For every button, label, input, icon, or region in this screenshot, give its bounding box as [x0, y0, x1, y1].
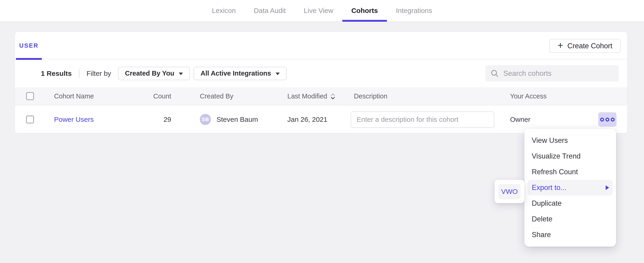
cohort-name-link[interactable]: Power Users [54, 116, 94, 123]
search-input[interactable] [503, 69, 614, 78]
ellipsis-icon [600, 118, 604, 122]
nav-tab-lexicon[interactable]: Lexicon [203, 0, 244, 21]
plus-icon: + [558, 41, 564, 50]
last-modified-value: Jan 26, 2021 [287, 116, 351, 123]
cohorts-card: USER + Create Cohort 1 Results Filter by… [15, 32, 627, 133]
export-to-label: Export to... [532, 183, 566, 192]
search-cohorts-box[interactable] [485, 65, 619, 82]
menu-item-share[interactable]: Share [524, 227, 616, 243]
nav-tab-live-view[interactable]: Live View [295, 0, 342, 21]
row-checkbox-cell [15, 116, 54, 123]
menu-item-delete[interactable]: Delete [524, 211, 616, 227]
ellipsis-icon [611, 118, 615, 122]
sort-icon[interactable] [330, 93, 336, 100]
created-by-filter-value: Created By You [125, 70, 174, 77]
nav-tab-integrations[interactable]: Integrations [387, 0, 441, 21]
create-cohort-button[interactable]: + Create Cohort [549, 39, 621, 53]
row-actions-button[interactable] [598, 112, 616, 127]
nav-tab-data-audit[interactable]: Data Audit [245, 0, 295, 21]
column-header-cohort-name[interactable]: Cohort Name [54, 92, 137, 100]
filter-row: 1 Results Filter by Created By You All A… [15, 59, 627, 87]
cohort-count: 29 [137, 116, 171, 123]
integrations-filter-value: All Active Integrations [200, 70, 271, 77]
top-navigation: Lexicon Data Audit Live View Cohorts Int… [0, 0, 644, 22]
header-checkbox-cell [15, 92, 54, 100]
column-header-description[interactable]: Description [351, 92, 510, 100]
column-header-created-by[interactable]: Created By [171, 92, 287, 100]
row-checkbox[interactable] [26, 116, 34, 123]
menu-item-view-users[interactable]: View Users [524, 133, 616, 148]
menu-item-export-to[interactable]: Export to... [528, 180, 613, 195]
export-submenu: VWO [494, 180, 524, 203]
filter-by-label: Filter by [86, 70, 111, 77]
created-by-filter-dropdown[interactable]: Created By You [118, 67, 190, 80]
ellipsis-icon [606, 118, 609, 122]
last-modified-label: Last Modified [287, 92, 327, 100]
cohorts-page: Lexicon Data Audit Live View Cohorts Int… [0, 0, 644, 263]
row-actions-menu: View Users Visualize Trend Refresh Count… [524, 129, 616, 246]
menu-item-duplicate[interactable]: Duplicate [524, 195, 616, 211]
chevron-right-icon [606, 185, 609, 190]
integrations-filter-dropdown[interactable]: All Active Integrations [194, 67, 287, 80]
results-count: 1 Results [41, 70, 72, 77]
menu-item-visualize-trend[interactable]: Visualize Trend [524, 148, 616, 164]
column-header-your-access[interactable]: Your Access [510, 92, 598, 100]
nav-tab-cohorts[interactable]: Cohorts [342, 0, 387, 21]
access-value: Owner [510, 116, 598, 123]
caret-down-icon [276, 73, 280, 75]
select-all-checkbox[interactable] [26, 92, 34, 100]
submenu-option-vwo[interactable]: VWO [498, 184, 521, 199]
column-header-last-modified[interactable]: Last Modified [287, 92, 351, 100]
menu-item-refresh-count[interactable]: Refresh Count [524, 164, 616, 180]
created-by-name: Steven Baum [216, 116, 258, 123]
tab-user[interactable]: USER [16, 32, 42, 59]
table-header: Cohort Name Count Created By Last Modifi… [15, 87, 627, 105]
search-icon [490, 69, 499, 78]
created-by-cell: SB Steven Baum [171, 114, 287, 125]
avatar: SB [200, 114, 211, 125]
create-cohort-label: Create Cohort [567, 42, 612, 50]
vertical-divider [79, 69, 80, 78]
description-input[interactable] [351, 111, 494, 128]
cohort-type-tabs-row: USER + Create Cohort [15, 32, 627, 59]
column-header-count[interactable]: Count [137, 92, 171, 100]
caret-down-icon [179, 73, 183, 75]
